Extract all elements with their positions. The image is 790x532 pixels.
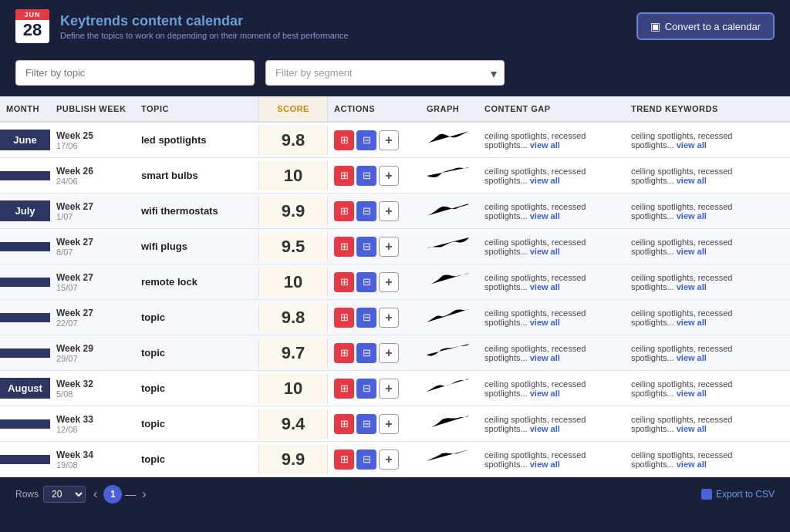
convert-button[interactable]: Convert to a calendar	[636, 12, 775, 40]
trend-keywords-view-all[interactable]: view all	[677, 140, 707, 150]
page-subtitle: Define the topics to work on depending o…	[60, 31, 349, 40]
content-gap-cell: ceiling spotlights, recessed spotlights.…	[478, 233, 625, 261]
segment-filter-wrap: Filter by segment	[265, 60, 505, 86]
calendar-action-button[interactable]: ⊟	[356, 343, 376, 363]
actions-cell: ⊞ ⊟ +	[328, 161, 420, 190]
next-page-button[interactable]: ›	[139, 486, 149, 503]
topic-cell: wifi thermostats	[135, 200, 258, 221]
trend-keywords-view-all[interactable]: view all	[677, 389, 707, 398]
rows-per-page-select[interactable]: 20 50 100	[43, 486, 86, 503]
content-gap-view-all[interactable]: view all	[530, 460, 560, 469]
content-gap-view-all[interactable]: view all	[530, 140, 560, 150]
prev-page-button[interactable]: ‹	[90, 486, 100, 503]
header: JUN 28 Keytrends content calendar Define…	[0, 0, 790, 52]
add-action-button[interactable]: +	[379, 379, 399, 399]
add-action-button[interactable]: +	[379, 272, 399, 292]
content-gap-view-all[interactable]: view all	[530, 318, 560, 327]
trend-keywords-view-all[interactable]: view all	[677, 318, 707, 327]
month-cell	[0, 419, 50, 429]
header-left: JUN 28 Keytrends content calendar Define…	[15, 9, 349, 43]
current-page[interactable]: 1	[103, 485, 122, 503]
calendar-action-button[interactable]: ⊟	[356, 308, 376, 328]
add-action-button[interactable]: +	[379, 450, 399, 470]
trend-keywords-view-all[interactable]: view all	[677, 424, 707, 433]
trend-keywords-view-all[interactable]: view all	[677, 211, 707, 221]
add-action-button[interactable]: +	[379, 414, 399, 434]
content-gap-view-all[interactable]: view all	[530, 389, 560, 398]
header-title: Keytrends content calendar Define the to…	[60, 13, 349, 40]
content-gap-cell: ceiling spotlights, recessed spotlights.…	[478, 375, 625, 402]
graph-cell	[420, 409, 478, 439]
share-action-button[interactable]: ⊞	[334, 272, 354, 292]
trend-keywords-view-all[interactable]: view all	[677, 247, 707, 256]
share-action-button[interactable]: ⊞	[334, 414, 354, 434]
score-cell: 9.4	[258, 409, 328, 439]
ellipsis: —	[125, 488, 136, 500]
share-action-button[interactable]: ⊞	[334, 308, 354, 328]
topic-cell: topic	[135, 413, 258, 434]
col-publish-week: PUBLISH WEEK	[50, 96, 135, 121]
table-row: Week 2722/07topic9.8 ⊞ ⊟ + ceiling spotl…	[0, 300, 790, 335]
table-row: AugustWeek 325/08topic10 ⊞ ⊟ + ceiling s…	[0, 371, 790, 406]
week-cell: Week 3419/08	[50, 445, 135, 474]
add-action-button[interactable]: +	[379, 166, 399, 186]
content-gap-view-all[interactable]: view all	[530, 353, 560, 362]
table-row: Week 3419/08topic9.9 ⊞ ⊟ + ceiling spotl…	[0, 442, 790, 477]
add-action-button[interactable]: +	[379, 343, 399, 363]
trend-keywords-cell: ceiling spotlights, recessed spotlights.…	[625, 304, 771, 332]
trend-keywords-cell: ceiling spotlights, recessed spotlights.…	[625, 126, 771, 154]
calendar-action-button[interactable]: ⊟	[356, 450, 376, 470]
week-cell: Week 2624/06	[50, 161, 135, 190]
month-cell	[0, 171, 50, 180]
trend-keywords-view-all[interactable]: view all	[677, 353, 707, 362]
share-action-button[interactable]: ⊞	[334, 343, 354, 363]
table-body: JuneWeek 2517/06led spotlights9.8 ⊞ ⊟ + …	[0, 123, 790, 477]
trend-keywords-view-all[interactable]: view all	[677, 460, 707, 469]
week-label: Week 27	[56, 272, 129, 283]
trend-keywords-view-all[interactable]: view all	[677, 176, 707, 185]
calendar-action-button[interactable]: ⊟	[356, 237, 376, 257]
trend-keywords-cell: ceiling spotlights, recessed spotlights.…	[625, 233, 771, 261]
content-gap-view-all[interactable]: view all	[530, 247, 560, 256]
content-gap-view-all[interactable]: view all	[530, 176, 560, 185]
segment-filter-select[interactable]: Filter by segment	[265, 60, 505, 86]
calendar-action-button[interactable]: ⊟	[356, 166, 376, 186]
content-gap-view-all[interactable]: view all	[530, 424, 560, 433]
sparkline-chart	[427, 447, 469, 469]
add-action-button[interactable]: +	[379, 130, 399, 150]
score-cell: 9.5	[258, 232, 328, 261]
calendar-action-button[interactable]: ⊟	[356, 414, 376, 434]
graph-cell	[420, 267, 478, 297]
export-csv-button[interactable]: Export to CSV	[701, 489, 775, 500]
add-action-button[interactable]: +	[379, 201, 399, 221]
share-action-button[interactable]: ⊞	[334, 450, 354, 470]
content-gap-view-all[interactable]: view all	[530, 282, 560, 291]
add-action-button[interactable]: +	[379, 237, 399, 257]
month-cell	[0, 242, 50, 251]
share-action-button[interactable]: ⊞	[334, 166, 354, 186]
share-action-button[interactable]: ⊞	[334, 379, 354, 399]
export-label: Export to CSV	[716, 489, 775, 500]
add-action-button[interactable]: +	[379, 308, 399, 328]
share-action-button[interactable]: ⊞	[334, 201, 354, 221]
table-row: Week 2715/07remote lock10 ⊞ ⊟ + ceiling …	[0, 264, 790, 300]
topic-filter-input[interactable]	[15, 60, 255, 86]
content-gap-cell: ceiling spotlights, recessed spotlights.…	[478, 162, 625, 190]
week-date: 29/07	[56, 354, 129, 363]
share-action-button[interactable]: ⊞	[334, 130, 354, 150]
calendar-action-button[interactable]: ⊟	[356, 379, 376, 399]
filters-bar: Filter by segment	[0, 52, 790, 96]
actions-cell: ⊞ ⊟ +	[328, 303, 420, 332]
calendar-action-button[interactable]: ⊟	[356, 201, 376, 221]
week-label: Week 34	[56, 450, 129, 460]
content-gap-view-all[interactable]: view all	[530, 211, 560, 221]
trend-keywords-view-all[interactable]: view all	[677, 282, 707, 291]
graph-cell	[420, 444, 478, 474]
actions-cell: ⊞ ⊟ +	[328, 445, 420, 474]
calendar-action-button[interactable]: ⊟	[356, 272, 376, 292]
week-label: Week 33	[56, 414, 129, 425]
calendar-action-button[interactable]: ⊟	[356, 130, 376, 150]
week-date: 1/07	[56, 212, 129, 221]
share-action-button[interactable]: ⊞	[334, 237, 354, 257]
sparkline-chart	[427, 376, 469, 398]
